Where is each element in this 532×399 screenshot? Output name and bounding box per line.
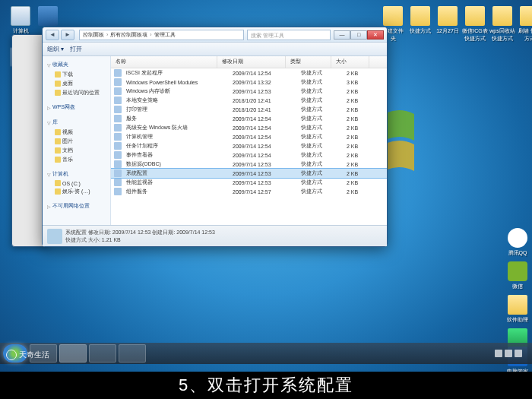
sidebar-network[interactable]: 不可用网络位置 [44, 201, 109, 211]
date-1227-icon [438, 6, 458, 26]
cell-date: 2009/7/14 12:54 [228, 71, 296, 76]
cell-name: Windows PowerShell Modules [122, 80, 228, 85]
column-headers: 名称 修改日期 类型 大小 [111, 56, 387, 68]
file-row-svc[interactable]: 服务2009/7/14 12:54快捷方式2 KB [111, 114, 387, 123]
desktop-icon-shortcut2[interactable]: 刷墙 快捷方式 [517, 6, 532, 43]
cell-type: 快捷方式 [296, 106, 342, 113]
sidebar-libraries[interactable]: 库 [44, 117, 109, 128]
address-bar[interactable]: 控制面板› 所有控制面板项› 管理工具 [79, 30, 244, 40]
maximize-button[interactable]: □ [350, 30, 367, 40]
file-row-isci[interactable]: iSCSI 发起程序2009/7/14 12:54快捷方式2 KB [111, 68, 387, 78]
system-tray[interactable] [495, 350, 529, 357]
folder-icon [55, 180, 61, 186]
taskbar-item[interactable] [89, 344, 116, 363]
desktop-icon-wps[interactable]: wps回收站 快捷方式 [489, 6, 515, 43]
cell-type: 快捷方式 [296, 87, 342, 95]
col-type[interactable]: 类型 [286, 56, 331, 68]
taskbar-item[interactable] [119, 344, 146, 363]
forward-button[interactable]: ► [61, 30, 74, 40]
tray-icon[interactable] [505, 350, 512, 357]
sidebar-favorites[interactable]: 收藏夹 [44, 59, 109, 70]
sidebar-item[interactable]: OS (C:) [44, 179, 109, 187]
file-row-ps[interactable]: Windows PowerShell Modules2009/7/14 13:3… [111, 78, 387, 87]
toolbar: 组织 ▾ 打开 [43, 43, 387, 56]
breadcrumb-part[interactable]: 所有控制面板项 [110, 30, 147, 40]
cell-name: 系统配置 [122, 169, 228, 177]
sidebar-item[interactable]: 文档 [44, 146, 109, 155]
sidebar-computer[interactable]: 计算机 [44, 169, 109, 179]
sidebar-wps[interactable]: WPS网盘 [44, 102, 109, 112]
cell-date: 2018/1/20 12:41 [228, 107, 296, 112]
cell-name: 数据源(ODBC) [122, 160, 228, 168]
folder-icon [55, 71, 61, 78]
sidebar-item[interactable]: 音乐 [44, 155, 109, 164]
cell-date: 2009/7/14 12:54 [228, 144, 296, 149]
desktop-icon-icg[interactable]: 微信ICG表 快捷方式 [462, 6, 488, 43]
file-row-odbc[interactable]: 数据源(ODBC)2009/7/14 12:53快捷方式2 KB [111, 160, 387, 169]
sidebar: 收藏夹 下载桌面最近访问的位置 WPS网盘 库 视频图片文档音乐 计算机 OS … [43, 56, 111, 225]
tray-icon[interactable] [515, 350, 522, 357]
organize-menu[interactable]: 组织 ▾ [47, 45, 64, 53]
sidebar-item[interactable]: 图片 [44, 137, 109, 146]
col-name[interactable]: 名称 [111, 56, 217, 68]
sidebar-item[interactable]: 桌面 [44, 79, 109, 88]
desktop-icon-qq[interactable]: 腾讯QQ [505, 228, 530, 257]
sidebar-item[interactable]: 下载 [44, 70, 109, 79]
cell-date: 2009/7/14 12:54 [228, 125, 296, 131]
cell-type: 快捷方式 [296, 97, 342, 104]
cell-date: 2009/7/14 12:53 [228, 89, 296, 94]
titlebar: ◄ ► 控制面板› 所有控制面板项› 管理工具 搜索 管理工具 — □ ✕ [43, 27, 387, 43]
cell-date: 2009/7/14 12:54 [228, 153, 296, 158]
file-row-sched[interactable]: 任务计划程序2009/7/14 12:54快捷方式2 KB [111, 141, 387, 150]
file-row-comp[interactable]: 组件服务2009/7/14 12:57快捷方式2 KB [111, 187, 387, 196]
cell-date: 2009/7/14 12:53 [228, 162, 296, 167]
desktop-icon-date-1227[interactable]: 12月27日 [435, 6, 461, 35]
file-row-print[interactable]: 打印管理2018/1/20 12:41快捷方式2 KB [111, 105, 387, 114]
folder-icon [55, 147, 61, 154]
taskbar-item-explorer[interactable] [59, 344, 87, 363]
open-button[interactable]: 打开 [70, 45, 82, 53]
tray-icon[interactable] [495, 350, 502, 357]
breadcrumb-part[interactable]: 控制面板 [83, 30, 104, 40]
icon-label: 快捷方式 [407, 27, 433, 35]
desktop-icon-wechat[interactable]: 微信 [505, 261, 530, 290]
breadcrumb-part[interactable]: 管理工具 [154, 30, 176, 40]
desktop-icon-assist[interactable]: 软件助理 [505, 295, 530, 324]
desktop-icon-shortcut1[interactable]: 快捷方式 [407, 6, 433, 35]
cell-size: 2 KB [342, 144, 380, 149]
file-icon [114, 78, 122, 86]
sidebar-item[interactable]: 娱乐·资 (…) [44, 187, 109, 196]
minimize-button[interactable]: — [334, 30, 350, 40]
desktop-icon-computer[interactable]: 计算机 [8, 6, 33, 35]
sidebar-item[interactable]: 最近访问的位置 [44, 88, 109, 97]
cell-type: 快捷方式 [296, 133, 342, 141]
sidebar-item[interactable]: 视频 [44, 128, 109, 137]
wechat-icon [508, 261, 527, 281]
icon-label: 刷墙 快捷方式 [517, 27, 532, 43]
network-icon [38, 6, 58, 26]
search-input[interactable]: 搜索 管理工具 [247, 30, 331, 40]
assist-icon [508, 295, 527, 315]
close-button[interactable]: ✕ [367, 30, 384, 40]
file-icon [114, 188, 122, 195]
file-icon [114, 142, 122, 150]
status-line1: 系统配置 修改日期: 2009/7/14 12:53 创建日期: 2009/7/… [65, 229, 215, 236]
file-icon [114, 87, 122, 95]
file-row-mgmt[interactable]: 计算机管理2009/7/14 12:54快捷方式2 KB [111, 132, 387, 141]
file-row-cfg[interactable]: 系统配置2009/7/14 12:53快捷方式2 KB [111, 169, 387, 178]
file-icon [114, 106, 122, 113]
cell-name: 高级安全 Windows 防火墙 [122, 124, 228, 131]
col-date[interactable]: 修改日期 [217, 56, 286, 68]
file-row-fw[interactable]: 高级安全 Windows 防火墙2009/7/14 12:54快捷方式2 KB [111, 123, 387, 132]
file-row-mem[interactable]: Windows 内存诊断2009/7/14 12:53快捷方式2 KB [111, 87, 387, 96]
file-row-sec[interactable]: 本地安全策略2018/1/20 12:41快捷方式2 KB [111, 96, 387, 105]
cell-date: 2009/7/14 12:53 [228, 171, 296, 176]
file-row-event[interactable]: 事件查看器2009/7/14 12:54快捷方式2 KB [111, 150, 387, 160]
cell-name: Windows 内存诊断 [122, 87, 228, 95]
cell-type: 快捷方式 [296, 78, 342, 86]
cell-size: 2 KB [342, 180, 380, 185]
back-button[interactable]: ◄ [46, 30, 59, 40]
cell-type: 快捷方式 [296, 169, 342, 177]
file-row-perf[interactable]: 性能监视器2009/7/14 12:53快捷方式2 KB [111, 178, 387, 187]
col-size[interactable]: 大小 [331, 56, 369, 68]
